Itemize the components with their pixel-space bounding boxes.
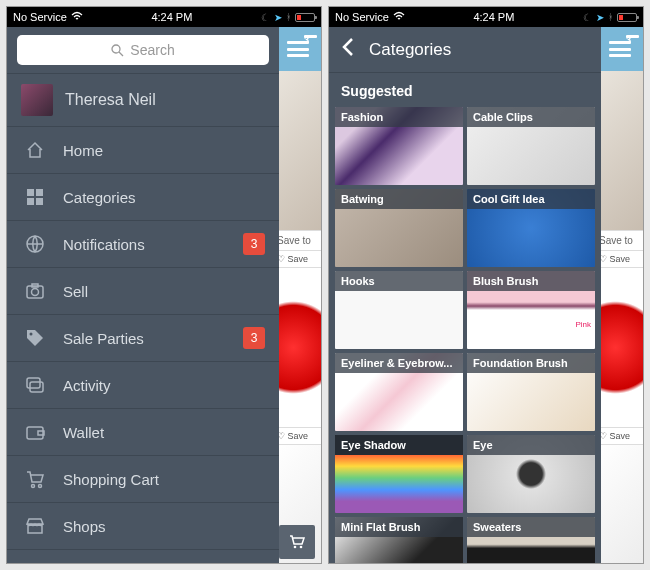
tile-label: Foundation Brush <box>467 353 595 373</box>
content-peek: 3 Save to ♡ Save ♡ Save <box>275 27 321 563</box>
category-tile-sweaters[interactable]: Sweaters <box>467 517 595 563</box>
svg-line-3 <box>119 52 123 56</box>
svg-rect-15 <box>27 427 43 439</box>
menu-item-activity[interactable]: Activity <box>7 362 279 409</box>
save-heart[interactable]: ♡ Save <box>597 251 643 268</box>
svg-point-12 <box>30 333 33 336</box>
product-thumb[interactable] <box>275 268 321 428</box>
tile-label: Cool Gift Idea <box>467 189 595 209</box>
hamburger-icon[interactable]: 3 <box>287 41 309 57</box>
save-to-label: Save to <box>597 231 643 251</box>
app-header-peek: 3 <box>597 27 643 71</box>
category-tile-eye-shadow[interactable]: Eye Shadow <box>335 435 463 513</box>
menu-label: Sale Parties <box>63 330 144 347</box>
profile-name: Theresa Neil <box>65 91 156 109</box>
tile-label: Sweaters <box>467 517 595 537</box>
shop-icon <box>25 516 45 536</box>
menu-label: Activity <box>63 377 111 394</box>
product-thumb[interactable] <box>597 268 643 428</box>
save-to-label: Save to <box>275 231 321 251</box>
svg-point-0 <box>294 546 297 549</box>
notification-badge: 3 <box>304 35 317 38</box>
clock-text: 4:24 PM <box>473 11 514 23</box>
menu-item-notifications[interactable]: Notifications 3 <box>7 221 279 268</box>
category-tile-fashion[interactable]: Fashion <box>335 107 463 185</box>
profile-row[interactable]: Theresa Neil <box>7 74 279 127</box>
category-tile-mini-flat[interactable]: Mini Flat Brush <box>335 517 463 563</box>
wifi-icon <box>71 11 83 23</box>
product-thumb[interactable] <box>597 71 643 231</box>
menu-label: Shopping Cart <box>63 471 159 488</box>
carrier-text: No Service <box>335 11 389 23</box>
save-heart[interactable]: ♡ Save <box>275 251 321 268</box>
tile-label: Cable Clips <box>467 107 595 127</box>
battery-icon <box>295 13 315 22</box>
phone-left-menu: No Service 4:24 PM ☾ ➤ ᚼ 3 Save to ♡ Sav… <box>6 6 322 564</box>
menu-item-home[interactable]: Home <box>7 127 279 174</box>
status-bar: No Service 4:24 PM ☾ ➤ ᚼ <box>329 7 643 27</box>
svg-rect-14 <box>30 382 43 392</box>
svg-point-2 <box>112 45 120 53</box>
dnd-moon-icon: ☾ <box>261 12 270 23</box>
product-thumb[interactable] <box>597 445 643 564</box>
svg-rect-5 <box>36 189 43 196</box>
camera-icon <box>25 281 45 301</box>
globe-icon <box>25 234 45 254</box>
svg-rect-4 <box>27 189 34 196</box>
svg-rect-7 <box>36 198 43 205</box>
content-peek: 3 Save to ♡ Save ♡ Save <box>597 27 643 563</box>
tile-label: Fashion <box>335 107 463 127</box>
clock-text: 4:24 PM <box>151 11 192 23</box>
menu-label: Sell <box>63 283 88 300</box>
search-placeholder: Search <box>130 42 174 58</box>
menu-item-shops[interactable]: Shops <box>7 503 279 550</box>
avatar <box>21 84 53 116</box>
wifi-icon <box>393 11 405 23</box>
svg-rect-6 <box>27 198 34 205</box>
save-heart[interactable]: ♡ Save <box>275 428 321 445</box>
menu-item-sell[interactable]: Sell <box>7 268 279 315</box>
tile-label: Mini Flat Brush <box>335 517 463 537</box>
tag-icon <box>25 328 45 348</box>
category-tile-cool-gift[interactable]: Cool Gift Idea <box>467 189 595 267</box>
tile-tag: Pink <box>575 320 591 329</box>
count-badge: 3 <box>243 327 265 349</box>
home-icon <box>25 140 45 160</box>
category-tile-blush-brush[interactable]: Blush BrushPink <box>467 271 595 349</box>
category-tile-batwing[interactable]: Batwing <box>335 189 463 267</box>
menu-item-wallet[interactable]: Wallet <box>7 409 279 456</box>
svg-point-1 <box>300 546 303 549</box>
tile-label: Blush Brush <box>467 271 595 291</box>
tile-label: Eye <box>467 435 595 455</box>
chat-icon <box>25 375 45 395</box>
notification-badge: 3 <box>626 35 639 38</box>
location-arrow-icon: ➤ <box>596 12 604 23</box>
search-input[interactable]: Search <box>17 35 269 65</box>
bluetooth-icon: ᚼ <box>286 12 291 22</box>
hamburger-icon[interactable]: 3 <box>609 41 631 57</box>
menu-item-categories[interactable]: Categories <box>7 174 279 221</box>
app-header-peek: 3 <box>275 27 321 71</box>
menu-item-cart[interactable]: Shopping Cart <box>7 456 279 503</box>
cart-icon <box>25 469 45 489</box>
category-tile-cable-clips[interactable]: Cable Clips <box>467 107 595 185</box>
back-chevron-icon[interactable] <box>341 37 355 62</box>
location-arrow-icon: ➤ <box>274 12 282 23</box>
tile-label: Eye Shadow <box>335 435 463 455</box>
save-heart[interactable]: ♡ Save <box>597 428 643 445</box>
menu-item-invite[interactable]: Invite Friends <box>7 550 279 563</box>
tile-label: Batwing <box>335 189 463 209</box>
category-tile-hooks[interactable]: Hooks <box>335 271 463 349</box>
page-title: Categories <box>369 40 451 60</box>
tile-label: Hooks <box>335 271 463 291</box>
product-thumb[interactable] <box>275 71 321 231</box>
carrier-text: No Service <box>13 11 67 23</box>
cart-button[interactable] <box>279 525 315 559</box>
categories-drawer: Categories Suggested Fashion Cable Clips… <box>329 27 601 563</box>
wallet-icon <box>25 422 45 442</box>
category-tile-foundation[interactable]: Foundation Brush <box>467 353 595 431</box>
menu-item-sale-parties[interactable]: Sale Parties 3 <box>7 315 279 362</box>
tile-label: Eyeliner & Eyebrow... <box>335 353 463 373</box>
category-tile-eyeliner[interactable]: Eyeliner & Eyebrow... <box>335 353 463 431</box>
category-tile-eye[interactable]: Eye <box>467 435 595 513</box>
